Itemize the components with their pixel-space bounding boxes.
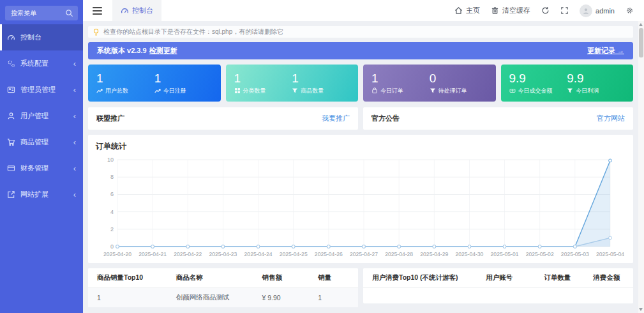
stat-label: 今日利润 <box>576 87 599 95</box>
svg-text:10: 10 <box>107 156 114 163</box>
menu-toggle-icon[interactable] <box>93 5 102 17</box>
sidebar-item-product-management[interactable]: 商品管理 ‹ <box>0 129 83 155</box>
svg-text:2025-05-02: 2025-05-02 <box>526 251 554 257</box>
col-header: 商品销量Top10 <box>88 268 167 288</box>
stat-value: 1 <box>154 72 213 85</box>
top-users-table: 用户消费Top10 (不统计游客) 用户账号 订单数量 消费金额 <box>363 268 633 288</box>
svg-text:2025-05-03: 2025-05-03 <box>561 251 589 257</box>
svg-text:2025-05-04: 2025-05-04 <box>596 251 624 257</box>
sidebar-item-finance-management[interactable]: 财务管理 ‹ <box>0 155 83 181</box>
sidebar-item-label: 系统配置 <box>20 59 49 68</box>
home-link[interactable]: 主页 <box>454 6 480 15</box>
stat-label: 用户总数 <box>105 87 128 95</box>
sidebar-item-dashboard[interactable]: 控制台 <box>0 24 83 50</box>
user-menu[interactable]: admin <box>580 4 615 17</box>
svg-text:2025-04-23: 2025-04-23 <box>209 251 237 257</box>
chevron-left-icon: ‹ <box>73 138 76 146</box>
alert-text: 检查你的站点根目录下是否存在文件：sql.php，有的话请删除它 <box>103 27 283 36</box>
stat-cards: 1 用户总数 1 今日注册 1 分类数量 1 商品数量 1 今日订单 0 待处理… <box>88 65 633 102</box>
clear-cache-link[interactable]: 清空缓存 <box>491 6 530 15</box>
search-input[interactable] <box>10 9 65 17</box>
update-records-link[interactable]: 更新记录 → <box>587 46 624 56</box>
chevron-left-icon: ‹ <box>73 112 76 120</box>
sidebar-nav: 控制台 系统配置 ‹ 管理员管理 ‹ 用户管理 ‹ 商品管理 ‹ <box>0 24 83 208</box>
cell-sales-count: 1 <box>309 288 358 308</box>
fullscreen-icon[interactable] <box>560 6 569 15</box>
avatar <box>580 4 592 17</box>
col-header: 消费金额 <box>584 268 633 288</box>
stat-value: 1 <box>292 72 350 85</box>
chevron-left-icon: ‹ <box>73 59 76 68</box>
topbar-actions: 主页 清空缓存 admin <box>454 4 644 17</box>
scroll-up-button[interactable] <box>639 23 643 26</box>
scroll-down-button[interactable] <box>639 308 643 311</box>
order-icon <box>371 88 378 94</box>
stat-card-users: 1 用户总数 1 今日注册 <box>88 65 221 102</box>
version-banner: 系统版本 v2.3.9 检测更新 更新记录 → <box>88 42 633 59</box>
scrollbar-thumb[interactable] <box>639 28 643 57</box>
sidebar-search[interactable] <box>5 6 78 20</box>
sidebar-item-user-management[interactable]: 用户管理 ‹ <box>0 103 83 129</box>
sidebar-item-site-extension[interactable]: 网站扩展 ‹ <box>0 181 83 208</box>
stat-card-revenue: 9.9 今日成交金额 9.9 今日利润 <box>501 65 634 102</box>
stat-value: 0 <box>430 72 488 85</box>
cell-product-name: 创颜网络商品测试 <box>167 288 253 308</box>
svg-text:2025-04-25: 2025-04-25 <box>280 251 308 257</box>
dashboard-icon <box>121 6 129 15</box>
svg-text:2025-04-27: 2025-04-27 <box>350 251 378 257</box>
trash-icon <box>491 6 499 15</box>
cart-icon <box>7 138 15 146</box>
stat-value: 9.9 <box>509 72 567 85</box>
svg-text:4: 4 <box>110 209 114 215</box>
sidebar-item-label: 管理员管理 <box>20 85 56 95</box>
sidebar-item-label: 用户管理 <box>20 111 49 121</box>
col-header: 商品名称 <box>167 268 253 288</box>
promo-panels: 联盟推广 我要推广 官方公告 官方网站 <box>88 107 633 130</box>
sidebar-item-admin-management[interactable]: 管理员管理 ‹ <box>0 77 83 103</box>
stat-value: 9.9 <box>567 72 625 85</box>
chevron-left-icon: ‹ <box>73 86 76 94</box>
table-header-row: 用户消费Top10 (不统计游客) 用户账号 订单数量 消费金额 <box>363 268 633 288</box>
vertical-scrollbar[interactable] <box>638 21 644 313</box>
search-icon <box>65 9 73 17</box>
top-users-panel: 用户消费Top10 (不统计游客) 用户账号 订单数量 消费金额 <box>363 268 633 303</box>
col-header: 订单数量 <box>535 268 584 288</box>
svg-text:6: 6 <box>110 191 114 197</box>
table-row[interactable]: 1 创颜网络商品测试 ¥ 9.90 1 <box>88 288 358 308</box>
wallet-icon <box>7 164 15 172</box>
official-site-link[interactable]: 官方网站 <box>597 114 625 123</box>
sidebar-item-label: 控制台 <box>20 33 41 42</box>
chevron-left-icon: ‹ <box>73 190 76 199</box>
check-update-link[interactable]: 检测更新 <box>149 46 177 56</box>
tab-dashboard[interactable]: 控制台 <box>112 0 161 21</box>
username-label: admin <box>595 7 615 15</box>
stat-label: 今日注册 <box>163 87 186 95</box>
stat-value: 1 <box>96 72 154 85</box>
sidebar-item-label: 网站扩展 <box>20 190 49 199</box>
svg-text:2025-04-24: 2025-04-24 <box>244 251 273 257</box>
col-header: 用户消费Top10 (不统计游客) <box>363 268 477 288</box>
stat-value: 1 <box>371 72 430 85</box>
gears-icon <box>7 59 15 68</box>
security-alert: 检查你的站点根目录下是否存在文件：sql.php，有的话请删除它 <box>88 26 633 38</box>
svg-text:0: 0 <box>110 243 114 250</box>
stat-label: 分类数量 <box>243 87 266 95</box>
affiliate-link[interactable]: 我要推广 <box>322 114 350 123</box>
user-icon <box>7 112 15 120</box>
stat-label: 今日成交金额 <box>518 87 553 95</box>
svg-text:2: 2 <box>110 226 114 233</box>
money-icon <box>509 88 516 94</box>
panel-title: 官方公告 <box>371 114 400 123</box>
stat-label: 商品数量 <box>301 87 324 95</box>
bulb-icon <box>93 28 100 36</box>
app-root: 控制台 系统配置 ‹ 管理员管理 ‹ 用户管理 ‹ 商品管理 ‹ <box>0 0 644 313</box>
refresh-icon[interactable] <box>541 6 550 15</box>
sidebar-item-system-config[interactable]: 系统配置 ‹ <box>0 50 83 77</box>
svg-text:8: 8 <box>110 174 114 180</box>
gear-icon[interactable] <box>625 6 634 15</box>
main-content: 检查你的站点根目录下是否存在文件：sql.php，有的话请删除它 系统版本 v2… <box>83 21 638 313</box>
top-products-table: 商品销量Top10 商品名称 销售额 销量 1 创颜网络商品测试 ¥ 9.90 … <box>88 268 358 307</box>
svg-text:2025-04-29: 2025-04-29 <box>420 251 448 257</box>
svg-text:2025-05-01: 2025-05-01 <box>491 251 519 257</box>
announcement-panel: 官方公告 官方网站 <box>363 107 633 130</box>
